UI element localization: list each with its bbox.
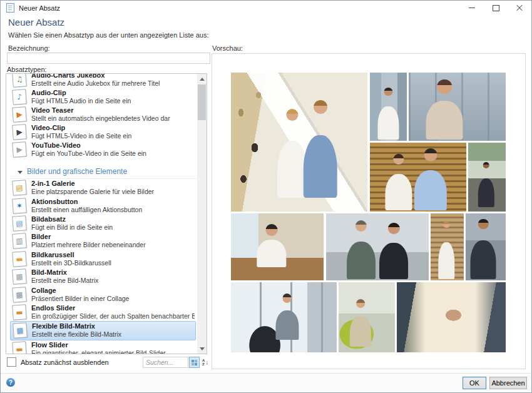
close-button[interactable] [508, 1, 531, 15]
item-desc: Erstellt einen auffälligen Aktionsbutton [31, 206, 142, 214]
item-desc: Erstellt eine Bild-Matrix [31, 277, 98, 285]
list-item-video-clip[interactable]: ▶ Video-ClipFügt HTML5-Video in die Seit… [10, 123, 197, 141]
window-title: Neuer Absatz [19, 4, 60, 12]
page-subtitle: Wählen Sie einen Absatztyp aus der unten… [8, 31, 208, 39]
item-title: Bildabsatz [31, 215, 113, 223]
item-desc: Fügt HTML5-Video in die Seite ein [31, 132, 131, 140]
collage-icon: ▦ [12, 287, 27, 302]
item-title: Flexible Bild-Matrix [32, 322, 121, 330]
item-title: Audio-Clip [31, 89, 131, 97]
item-desc: Präsentiert Bilder in einer Collage [31, 295, 129, 303]
preview-photo-couple-staircase [231, 73, 367, 212]
hide-paragraph-checkbox[interactable] [7, 357, 16, 367]
bezeichnung-input[interactable] [7, 53, 210, 64]
item-desc: Fügt ein YouTube-Video in die Seite ein [31, 150, 146, 158]
item-title: 2-in-1 Galerie [31, 180, 154, 188]
window-controls [460, 1, 531, 15]
preview-photo-woman-on-phone [409, 73, 506, 141]
scroll-down-icon [200, 347, 205, 350]
list-item-audio-charts-jukebox[interactable]: ♫ Audio-Charts JukeboxErstellt eine Audi… [10, 74, 197, 88]
preview-photo-colleagues-talking [326, 213, 429, 280]
list-content: ♫ Audio-Charts JukeboxErstellt eine Audi… [6, 74, 197, 354]
item-desc: Erstellt eine Audio Jukebox für mehrere … [31, 79, 160, 88]
item-desc: Eine platzsparende Galerie für viele Bil… [31, 188, 154, 196]
item-title: Video-Clip [31, 124, 131, 132]
cancel-button[interactable]: Abbrechen [489, 377, 527, 389]
ok-button[interactable]: OK [463, 377, 486, 389]
sort-button[interactable]: AZ↓ [201, 357, 210, 368]
sort-az-icon: AZ↓ [202, 359, 208, 366]
item-desc: Fügt HTML5 Audio in die Seite ein [31, 97, 131, 105]
hide-paragraph-row: Absatz zunächst ausblenden [7, 357, 109, 367]
audio-clip-icon: ♪ [12, 89, 27, 105]
item-title: Bilder [31, 233, 146, 241]
item-title: Endlos Slider [31, 304, 195, 312]
list-item-bildabsatz[interactable]: ▤ BildabsatzFügt ein Bild in die Seite e… [10, 215, 197, 232]
list-item-audio-clip[interactable]: ♪ Audio-ClipFügt HTML5 Audio in die Seit… [10, 88, 197, 106]
preview-photo-woman-phone-portrait [466, 213, 506, 280]
preview-photo-seated-businessman [468, 143, 506, 212]
bildabsatz-icon: ▤ [12, 215, 27, 231]
minimize-icon [469, 8, 475, 8]
video-teaser-icon: ▶ [12, 106, 27, 122]
preview-photo-woman-arms-crossed [370, 73, 407, 141]
hide-paragraph-label: Absatz zunächst ausblenden [21, 359, 109, 366]
flexible-bild-matrix-icon: ▦ [13, 323, 28, 339]
item-desc: Erstellt eine flexible Bild-Matrix [32, 330, 121, 339]
list-item-aktionsbutton[interactable]: ✶ AktionsbuttonErstellt einen auffällige… [10, 196, 197, 214]
help-icon[interactable]: ? [6, 378, 15, 387]
title-bar: Neuer Absatz [1, 1, 531, 15]
list-item-video-teaser[interactable]: ▶ Video TeaserStellt ein automatisch ein… [10, 106, 197, 123]
item-title: Audio-Charts Jukebox [31, 74, 160, 79]
close-icon [516, 5, 523, 11]
item-desc: Fügt ein Bild in die Seite ein [31, 223, 113, 232]
list-item-2-in-1-galerie[interactable]: ▤ 2-in-1 GalerieEine platzsparende Galer… [10, 179, 197, 196]
item-desc: Ein großzügiger Slider, der auch Spalten… [31, 312, 195, 320]
list-item-bild-matrix[interactable]: ▦ Bild-MatrixErstellt eine Bild-Matrix [10, 268, 197, 285]
list-scrollbar[interactable] [197, 74, 207, 354]
list-item-bilder[interactable]: ▥ BilderPlatziert mehrere Bilder nebenei… [10, 232, 197, 250]
scroll-down-button[interactable] [197, 344, 207, 354]
bezeichnung-label: Bezeichnung: [8, 44, 50, 52]
neuer-absatz-dialog: { "window": { "title": "Neuer Absatz" },… [0, 0, 532, 393]
scroll-up-icon [200, 78, 205, 81]
bildkarussell-icon: ▬ [12, 251, 27, 267]
group-header-bilder[interactable]: Bilder und grafische Elemente [10, 158, 197, 179]
list-item-endlos-slider[interactable]: ▬ Endlos SliderEin großzügiger Slider, d… [10, 304, 197, 321]
scroll-up-button[interactable] [197, 74, 207, 84]
list-item-youtube-video[interactable]: ▶ YouTube-VideoFügt ein YouTube-Video in… [10, 141, 197, 158]
item-desc: Erstellt ein 3D-Bildkarussell [31, 259, 111, 267]
item-desc: Stellt ein automatisch eingeblendetes Vi… [31, 115, 170, 123]
bild-matrix-icon: ▦ [12, 268, 27, 284]
preview-photo-man-by-window [231, 282, 337, 352]
search-input[interactable] [143, 357, 188, 368]
list-item-flexible-bild-matrix[interactable]: ▦ Flexible Bild-MatrixErstellt eine flex… [10, 321, 196, 340]
youtube-video-icon: ▶ [12, 141, 27, 157]
maximize-button[interactable] [484, 1, 508, 15]
group-view-toggle-button[interactable] [189, 357, 200, 368]
scrollbar-thumb[interactable] [198, 84, 206, 120]
two-in-one-galerie-icon: ▤ [12, 180, 27, 195]
list-item-collage[interactable]: ▦ CollagePräsentiert Bilder in einer Col… [10, 285, 197, 303]
collapse-triangle-icon [18, 171, 23, 174]
item-title: Flow Slider [31, 341, 166, 349]
flow-slider-icon: ▬ [12, 341, 27, 354]
item-title: Bildkarussell [31, 251, 111, 259]
audio-charts-jukebox-icon: ♫ [12, 74, 27, 88]
item-desc: Ein gigantischer, elegant animierter Bil… [31, 349, 166, 354]
list-item-bildkarussell[interactable]: ▬ BildkarussellErstellt ein 3D-Bildkarus… [10, 250, 197, 268]
preview-collage [231, 73, 506, 352]
preview-photo-fist-bump [397, 282, 506, 352]
endlos-slider-icon: ▬ [12, 304, 27, 320]
absatztypen-list: ♫ Audio-Charts JukeboxErstellt eine Audi… [6, 73, 207, 354]
maximize-icon [493, 5, 499, 11]
item-title: Aktionsbutton [31, 198, 142, 206]
preview-photo-couple-tablet-blinds [370, 143, 466, 212]
minimize-button[interactable] [460, 1, 484, 15]
group-header-label: Bilder und grafische Elemente [27, 167, 127, 176]
video-clip-icon: ▶ [12, 124, 27, 140]
aktionsbutton-icon: ✶ [12, 198, 27, 213]
list-item-flow-slider[interactable]: ▬ Flow SliderEin gigantischer, elegant a… [10, 340, 197, 354]
dialog-footer: ? OK Abbrechen [1, 373, 531, 392]
window-icon [6, 3, 14, 13]
